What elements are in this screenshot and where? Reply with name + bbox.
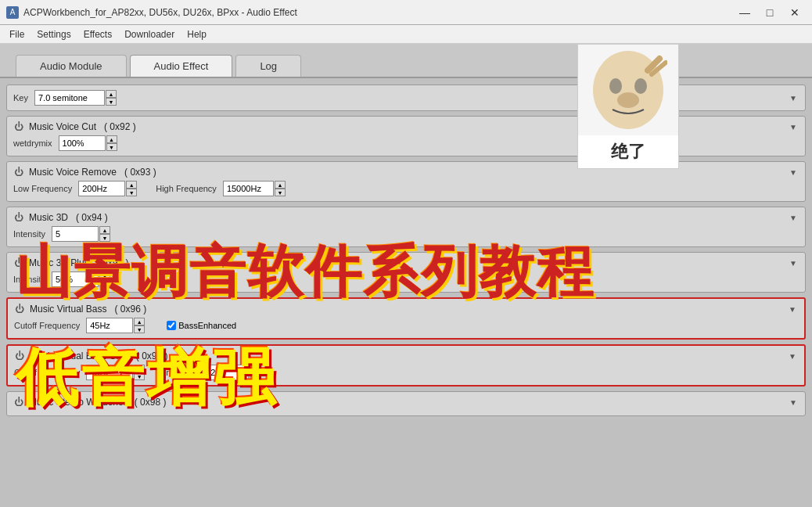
key-field-value: ▲ ▼ (34, 90, 117, 106)
section-music-virtual-bass-clas: ⏻ Music Virtual Bass Clas ( 0x97 ) ▼ Cut… (6, 344, 806, 387)
mvbc-intensity-value: ▲ ▼ (202, 365, 260, 380)
low-freq-down[interactable]: ▼ (126, 189, 137, 196)
section-music-3d-plus: ⏻ Music 3D Plus ( 0x95 ) ▼ Intensity ▲ ▼ (6, 252, 806, 293)
meme-face (578, 45, 678, 135)
maximize-button[interactable]: □ (759, 4, 781, 21)
tab-bar: Audio Module Audio Effect Log 山景集成电路 MYS… (0, 44, 812, 78)
music-voice-remove-collapse[interactable]: ▼ (788, 167, 799, 178)
music-voice-cut-title: Music Voice Cut ( 0x92 ) (29, 121, 136, 132)
mvbc-intensity-spinner: ▲ ▼ (250, 365, 260, 380)
title-bar-text: ACPWorkbench_for_AP82xx, DU56x, DU26x, B… (23, 7, 734, 18)
low-freq-input[interactable] (78, 181, 125, 196)
high-freq-value: ▲ ▼ (223, 181, 286, 196)
mvb-cutoff-value: ▲ ▼ (86, 318, 145, 333)
window-controls: — □ ✕ (734, 4, 806, 21)
bass-enhanced-label[interactable]: BassEnhanced (167, 321, 236, 330)
mvb-cutoff-down[interactable]: ▼ (134, 325, 145, 333)
mvbc-intensity-down[interactable]: ▼ (250, 372, 260, 380)
music-3d-plus-spinner: ▲ ▼ (99, 271, 110, 287)
section-music-stereo-windener: ⏻ Music Stereo Windener ( 0x98 ) ▼ (6, 391, 806, 416)
mvbc-intensity-up[interactable]: ▲ (250, 365, 260, 372)
high-freq-down[interactable]: ▼ (275, 189, 286, 196)
tab-log[interactable]: Log (235, 55, 301, 77)
wetdrymix-label: wetdrymix (13, 138, 52, 148)
menu-bar: File Settings Effects Downloader Help (0, 25, 812, 44)
low-freq-value: ▲ ▼ (78, 181, 137, 196)
music-virtual-bass-power[interactable]: ⏻ (14, 304, 25, 315)
menu-help[interactable]: Help (181, 27, 213, 41)
key-input[interactable] (34, 90, 105, 106)
wetdrymix-down[interactable]: ▼ (106, 143, 117, 151)
mvbc-cutoff-down[interactable]: ▼ (134, 372, 145, 380)
music-virtual-bass-clas-title: Music Virtual Bass Clas ( 0x97 ) (30, 351, 168, 361)
key-down[interactable]: ▼ (106, 98, 117, 106)
high-freq-up[interactable]: ▲ (275, 181, 286, 189)
high-freq-input[interactable] (223, 181, 274, 196)
minimize-button[interactable]: — (734, 4, 756, 21)
svg-point-6 (617, 92, 639, 108)
music-3d-plus-collapse[interactable]: ▼ (788, 257, 799, 268)
music-3d-intensity-spinner: ▲ ▼ (99, 226, 110, 242)
mvb-cutoff-up[interactable]: ▲ (134, 318, 145, 325)
high-freq-spinner: ▲ ▼ (275, 181, 286, 196)
music-3d-plus-up[interactable]: ▲ (99, 271, 110, 279)
mvbc-cutoff-up[interactable]: ▲ (134, 365, 145, 372)
tab-audio-effect[interactable]: Audio Effect (130, 55, 233, 77)
music-stereo-title: Music Stereo Windener ( 0x98 ) (29, 397, 166, 408)
key-collapse[interactable]: ▼ (788, 92, 799, 103)
low-freq-up[interactable]: ▲ (126, 181, 137, 189)
mvbc-cutoff-spinner: ▲ ▼ (134, 365, 145, 380)
key-spinner: ▲ ▼ (106, 90, 117, 106)
mvbc-cutoff-label: Cutoff Frequency (14, 368, 80, 377)
menu-downloader[interactable]: Downloader (118, 27, 181, 41)
section-music-virtual-bass: ⏻ Music Virtual Bass ( 0x96 ) ▼ Cutoff F… (6, 297, 806, 340)
main-content: Key ▲ ▼ ▼ ⏻ Music Voice Cut ( 0x92 ) ▼ w… (0, 78, 812, 507)
mvbc-intensity-input[interactable] (202, 365, 249, 380)
svg-point-4 (609, 78, 622, 94)
music-3d-plus-intensity-value: ▲ ▼ (52, 271, 110, 287)
music-3d-intensity-down[interactable]: ▼ (99, 234, 110, 242)
svg-point-5 (634, 78, 647, 94)
mvb-cutoff-input[interactable] (86, 318, 133, 333)
low-freq-spinner: ▲ ▼ (126, 181, 137, 196)
wetdrymix-input[interactable] (59, 135, 106, 151)
wetdrymix-up[interactable]: ▲ (106, 135, 117, 143)
music-3d-intensity-value: ▲ ▼ (52, 226, 110, 242)
meme-face-svg (589, 47, 667, 133)
mvb-cutoff-label: Cutoff Frequency (14, 321, 80, 330)
key-up[interactable]: ▲ (106, 90, 117, 98)
menu-effects[interactable]: Effects (77, 27, 118, 41)
music-3d-plus-intensity-label: Intensity (13, 275, 45, 284)
music-voice-remove-title: Music Voice Remove ( 0x93 ) (29, 167, 156, 178)
bass-enhanced-checkbox[interactable] (167, 321, 176, 330)
music-virtual-bass-clas-collapse[interactable]: ▼ (787, 351, 798, 361)
music-virtual-bass-collapse[interactable]: ▼ (787, 304, 798, 315)
mvbc-cutoff-value: ▲ ▼ (86, 365, 145, 380)
mvb-cutoff-spinner: ▲ ▼ (134, 318, 145, 333)
music-3d-plus-power[interactable]: ⏻ (13, 257, 24, 268)
mvbc-intensity-label: Intensity (163, 368, 196, 377)
bass-enhanced-text: BassEnhanced (178, 321, 236, 330)
high-freq-label: High Frequency (156, 184, 217, 193)
menu-file[interactable]: File (3, 27, 31, 41)
music-voice-remove-power[interactable]: ⏻ (13, 167, 24, 178)
music-voice-cut-collapse[interactable]: ▼ (788, 121, 799, 132)
music-3d-collapse[interactable]: ▼ (788, 212, 799, 223)
mvbc-cutoff-input[interactable] (86, 365, 133, 380)
music-voice-cut-power[interactable]: ⏻ (13, 121, 24, 132)
music-3d-intensity-up[interactable]: ▲ (99, 226, 110, 234)
section-key: Key ▲ ▼ ▼ (6, 84, 806, 111)
music-stereo-collapse[interactable]: ▼ (788, 397, 799, 408)
tab-audio-module[interactable]: Audio Module (16, 55, 127, 77)
section-music-voice-remove: ⏻ Music Voice Remove ( 0x93 ) ▼ Low Freq… (6, 161, 806, 202)
music-3d-plus-title: Music 3D Plus ( 0x95 ) (29, 257, 128, 268)
music-virtual-bass-clas-power[interactable]: ⏻ (14, 351, 25, 361)
close-button[interactable]: ✕ (784, 4, 806, 21)
music-3d-plus-down[interactable]: ▼ (99, 279, 110, 287)
music-virtual-bass-title: Music Virtual Bass ( 0x96 ) (30, 304, 146, 315)
music-3d-plus-intensity-input[interactable] (52, 271, 99, 287)
music-3d-intensity-input[interactable] (52, 226, 99, 242)
menu-settings[interactable]: Settings (31, 27, 77, 41)
music-stereo-power[interactable]: ⏻ (13, 397, 24, 408)
music-3d-power[interactable]: ⏻ (13, 212, 24, 223)
